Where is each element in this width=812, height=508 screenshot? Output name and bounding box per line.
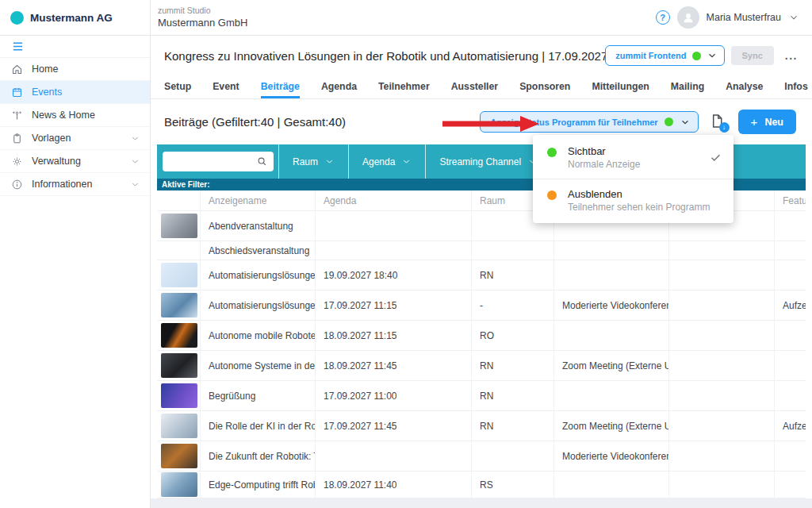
anzeigename-cell: Automatisierungslösungen: [201, 260, 316, 290]
home-icon: [11, 64, 23, 75]
tab-sponsoren[interactable]: Sponsoren: [519, 75, 570, 98]
column-header: Featu: [775, 190, 806, 210]
featured-cell: [775, 471, 806, 498]
filter-chip-agenda[interactable]: Agenda: [348, 144, 425, 179]
help-icon[interactable]: ?: [656, 10, 670, 25]
sidebar-item-home[interactable]: Home: [0, 58, 150, 81]
table-row[interactable]: Die Zukunft der Robotik: Tre…Moderierte …: [157, 441, 806, 471]
anzeigename-cell: Die Rolle der KI in der Robot…: [201, 411, 316, 441]
table-row[interactable]: Edge-Computing trifft Robo…18.09.2027 11…: [157, 471, 806, 498]
clipboard-icon: [11, 133, 23, 144]
sidebar-item-vorlagen[interactable]: Vorlagen: [0, 127, 150, 150]
table-row[interactable]: Abschiedsveranstaltung: [157, 241, 806, 260]
featured-cell: [775, 321, 806, 350]
option-label: Sichtbar: [568, 145, 640, 157]
company-name: Mustermann AG: [30, 12, 113, 24]
active-filter-label: Aktive Filter:: [162, 180, 210, 189]
chevron-down-icon[interactable]: [788, 12, 799, 23]
channel-cell: [554, 260, 669, 290]
tab-setup[interactable]: Setup: [164, 75, 191, 98]
tab-mitteilungen[interactable]: Mitteilungen: [592, 75, 649, 98]
table-row[interactable]: Automatisierungslösungen19.09.2027 18:40…: [157, 260, 806, 291]
raum-cell: RN: [472, 260, 554, 290]
dropdown-option-sichtbar[interactable]: Sichtbar Normale Anzeige: [533, 137, 733, 179]
tab-event[interactable]: Event: [213, 75, 239, 98]
raum-cell: RO: [472, 321, 554, 350]
anzeigename-cell: Automatisierungslösungen …: [201, 291, 316, 320]
topbar-right: ? Maria Musterfrau: [656, 0, 812, 35]
featured-cell: [775, 351, 806, 380]
tab-teilnehmer[interactable]: Teilnehmer: [378, 75, 430, 98]
tab-agenda[interactable]: Agenda: [321, 75, 357, 98]
chevron-down-icon: [324, 156, 335, 167]
org-area: zummit Studio Mustermann GmbH: [151, 0, 247, 35]
new-button[interactable]: + Neu: [738, 110, 796, 134]
tab-analyse[interactable]: Analyse: [726, 75, 763, 98]
session-thumbnail: [161, 414, 197, 438]
table-row[interactable]: Autonome mobile Roboter (…18.09.2027 11:…: [157, 321, 806, 351]
menu-icon[interactable]: [0, 36, 150, 58]
beitraege-table: AnzeigenameAgendaRaumFeatu Abendveransta…: [157, 190, 806, 498]
agenda-cell: 18.09.2027 11:45: [316, 351, 472, 380]
anzeigename-cell: Edge-Computing trifft Robo…: [201, 471, 316, 498]
raum-cell: RN: [472, 381, 554, 410]
anzeigename-cell: Autonome mobile Roboter (…: [201, 321, 316, 350]
raum-cell: -: [472, 291, 554, 320]
sidebar-item-label: Vorlagen: [32, 133, 71, 144]
filter-chip-label: Raum: [293, 156, 318, 167]
agenda-cell: 17.09.2027 11:00: [316, 381, 472, 410]
search-input[interactable]: [169, 156, 256, 167]
more-options-button[interactable]: ...: [785, 49, 798, 62]
option-label: Ausblenden: [568, 188, 710, 200]
sidebar-item-label: News & Home: [32, 110, 95, 121]
featured-cell: Aufze: [775, 291, 806, 320]
sidebar-item-informationen[interactable]: Informationen: [0, 173, 150, 196]
sync-button[interactable]: Sync: [731, 46, 774, 65]
org-name: Mustermann GmbH: [158, 17, 247, 30]
avatar[interactable]: [677, 6, 699, 29]
agenda-cell: [316, 241, 472, 260]
antenna-icon: [11, 110, 23, 121]
raum-cell: RN: [472, 351, 554, 380]
raum-cell: [472, 441, 554, 471]
table-row[interactable]: Automatisierungslösungen …17.09.2027 11:…: [157, 291, 806, 321]
sidebar-item-label: Verwaltung: [32, 156, 81, 167]
sidebar-item-label: Informationen: [32, 179, 92, 190]
column-header: [157, 190, 201, 210]
table-row[interactable]: Autonome Systeme in der R…18.09.2027 11:…: [157, 351, 806, 381]
agenda-cell: 17.09.2027 11:15: [316, 291, 472, 320]
chevron-down-icon: [130, 156, 140, 167]
topbar: Mustermann AG zummit Studio Mustermann G…: [0, 0, 812, 36]
dropdown-option-ausblenden[interactable]: Ausblenden Teilnehmer sehen kein Program…: [533, 179, 733, 221]
sidebar-item-events[interactable]: Events: [0, 81, 150, 104]
channel-cell: Zoom Meeting (Externe Url): [554, 411, 669, 441]
event-header: Kongress zu Innovativen Lösungen in der …: [151, 36, 812, 75]
event-title: Kongress zu Innovativen Lösungen in der …: [164, 49, 605, 63]
chevron-down-icon: [130, 179, 140, 190]
column-header: Anzeigename: [201, 190, 316, 210]
tab-infos[interactable]: Infos: [784, 75, 807, 98]
sidebar-item-news-home[interactable]: News & Home: [0, 104, 150, 127]
thumbnail-cell: [157, 471, 201, 498]
tab-beitr-ge[interactable]: Beiträge: [261, 75, 300, 98]
export-icon[interactable]: ↓: [709, 112, 728, 133]
frontend-status-button[interactable]: zummit Frontend: [605, 45, 724, 66]
option-description: Teilnehmer sehen kein Programm: [568, 202, 710, 213]
table-row[interactable]: Die Rolle der KI in der Robot…17.09.2027…: [157, 411, 806, 441]
calendar-icon: [11, 87, 23, 98]
sidebar-item-verwaltung[interactable]: Verwaltung: [0, 150, 150, 173]
tab-aussteller[interactable]: Aussteller: [451, 75, 498, 98]
extra-cell: [669, 351, 775, 380]
table-row[interactable]: Begrüßung17.09.2027 11:00RN: [157, 381, 806, 411]
search-box[interactable]: [163, 152, 274, 171]
tab-mailing[interactable]: Mailing: [671, 75, 704, 98]
filter-chip-raum[interactable]: Raum: [278, 144, 348, 179]
agenda-cell: 18.09.2027 11:40: [316, 471, 472, 498]
thumbnail-cell: [157, 211, 201, 241]
info-icon: [11, 179, 23, 190]
extra-cell: [669, 241, 775, 260]
thumbnail-cell: [157, 321, 201, 350]
annotation-arrow: [442, 114, 541, 133]
person-icon: [680, 10, 696, 25]
agenda-cell: 19.09.2027 18:40: [316, 260, 472, 290]
